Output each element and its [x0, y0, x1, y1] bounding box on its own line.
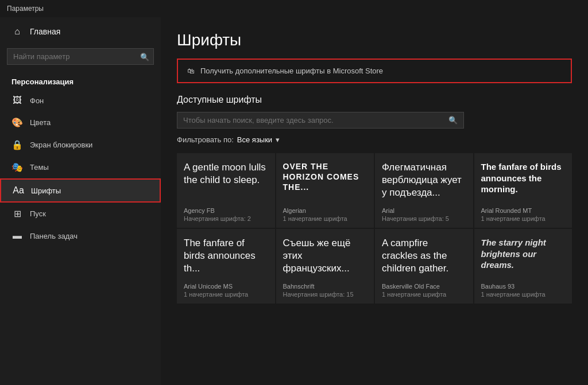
title-bar: Параметры [0, 0, 588, 17]
font-styles: Начертания шрифта: 5 [382, 215, 466, 222]
sidebar: ⌂ Главная 🔍 Персонализация 🖼 Фон 🎨 Цвета… [0, 17, 161, 385]
sidebar-item-themes[interactable]: 🎭 Темы [0, 156, 161, 178]
main-layout: ⌂ Главная 🔍 Персонализация 🖼 Фон 🎨 Цвета… [0, 17, 588, 385]
font-styles: Начертания шрифта: 2 [184, 215, 268, 222]
sidebar-item-label: Фон [30, 96, 44, 105]
font-search-input[interactable] [183, 116, 448, 125]
font-preview-text: The fanfare of birds announces th... [184, 237, 268, 278]
title-bar-label: Параметры [7, 5, 44, 13]
home-icon: ⌂ [11, 26, 23, 37]
font-search-container: 🔍 [177, 112, 464, 129]
main-content: Шрифты 🛍 Получить дополнительные шрифты … [161, 17, 588, 385]
font-name: Algerian [283, 207, 368, 214]
font-name: Agency FB [184, 207, 268, 214]
font-preview-text: The starry night brightens our dreams. [481, 237, 566, 278]
font-preview-text: OVER THE HORIZON COMES THE... [283, 161, 368, 203]
sidebar-item-background[interactable]: 🖼 Фон [0, 90, 161, 111]
font-preview-text: Флегматичная верблюдица жует у подъезда.… [382, 161, 466, 203]
sidebar-item-start[interactable]: ⊞ Пуск [0, 203, 161, 225]
sidebar-item-label: Цвета [30, 118, 51, 127]
sidebar-search-icon: 🔍 [140, 52, 149, 61]
font-preview-text: The fanfare of birds announces the morni… [481, 161, 566, 203]
font-styles: 1 начертание шрифта [184, 291, 268, 298]
sidebar-item-label: Панель задач [30, 232, 78, 240]
font-card[interactable]: Съешь же ещё этих французских...Bahnschr… [276, 229, 374, 304]
colors-icon: 🎨 [11, 117, 23, 128]
fonts-grid: A gentle moon lulls the child to sleep.A… [177, 153, 572, 304]
sidebar-item-fonts[interactable]: Aa Шрифты [0, 178, 161, 203]
font-name: Arial [382, 207, 466, 214]
font-card[interactable]: The fanfare of birds announces the morni… [474, 153, 572, 228]
sidebar-item-home[interactable]: ⌂ Главная [0, 17, 161, 46]
sidebar-item-label: Экран блокировки [30, 141, 92, 149]
fonts-icon: Aa [13, 185, 24, 196]
font-preview-text: A campfire crackles as the children gath… [382, 237, 466, 278]
background-icon: 🖼 [11, 95, 23, 106]
store-banner-label: Получить дополнительные шрифты в Microso… [200, 67, 383, 75]
sidebar-item-label: Пуск [30, 209, 46, 218]
font-preview-text: A gentle moon lulls the child to sleep. [184, 161, 268, 203]
sidebar-home-label: Главная [30, 27, 60, 36]
page-title: Шрифты [177, 31, 572, 49]
sidebar-item-lockscreen[interactable]: 🔒 Экран блокировки [0, 134, 161, 156]
font-styles: 1 начертание шрифта [382, 291, 466, 298]
font-card[interactable]: A gentle moon lulls the child to sleep.A… [177, 153, 275, 228]
font-name: Arial Unicode MS [184, 283, 268, 290]
font-preview-text: Съешь же ещё этих французских... [283, 237, 368, 278]
sidebar-item-taskbar[interactable]: ▬ Панель задач [0, 225, 161, 247]
taskbar-icon: ▬ [11, 231, 23, 241]
font-styles: 1 начертание шрифта [283, 215, 368, 222]
store-icon: 🛍 [187, 67, 195, 75]
filter-row: Фильтровать по: Все языки ▾ [177, 135, 572, 144]
font-card[interactable]: A campfire crackles as the children gath… [375, 229, 473, 304]
sidebar-item-label: Шрифты [31, 186, 61, 195]
sidebar-item-label: Темы [30, 163, 49, 172]
sidebar-item-colors[interactable]: 🎨 Цвета [0, 111, 161, 134]
font-card[interactable]: The fanfare of birds announces th...Aria… [177, 229, 275, 304]
sidebar-search-container: 🔍 [7, 48, 154, 65]
ms-store-banner[interactable]: 🛍 Получить дополнительные шрифты в Micro… [177, 59, 572, 83]
filter-chevron-icon[interactable]: ▾ [276, 135, 280, 144]
start-icon: ⊞ [11, 208, 23, 219]
filter-label: Фильтровать по: [177, 135, 234, 144]
font-search-icon: 🔍 [448, 116, 458, 125]
font-name: Bauhaus 93 [481, 283, 566, 290]
font-styles: 1 начертание шрифта [481, 215, 566, 222]
sidebar-section-title: Персонализация [0, 72, 161, 90]
sidebar-search-input[interactable] [7, 48, 154, 65]
font-card[interactable]: The starry night brightens our dreams.Ba… [474, 229, 572, 304]
font-name: Baskerville Old Face [382, 283, 466, 290]
font-card[interactable]: OVER THE HORIZON COMES THE...Algerian1 н… [276, 153, 374, 228]
font-name: Bahnschrift [283, 283, 368, 290]
font-styles: 1 начертание шрифта [481, 291, 566, 298]
themes-icon: 🎭 [11, 162, 23, 173]
filter-value[interactable]: Все языки [237, 135, 272, 144]
font-card[interactable]: Флегматичная верблюдица жует у подъезда.… [375, 153, 473, 228]
lockscreen-icon: 🔒 [11, 139, 23, 150]
available-fonts-title: Доступные шрифты [177, 95, 572, 105]
font-name: Arial Rounded MT [481, 207, 566, 214]
font-styles: Начертания шрифта: 15 [283, 291, 368, 298]
